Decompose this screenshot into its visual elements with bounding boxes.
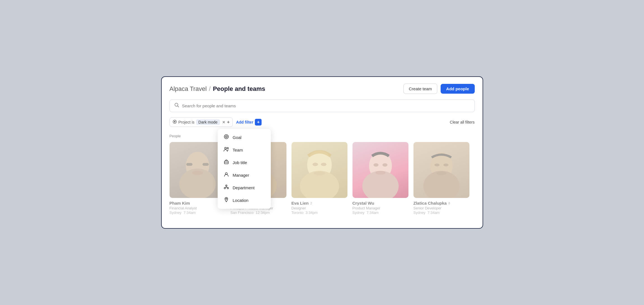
person-location-time-crystal-wu: Sydney 7:34am <box>352 211 408 215</box>
svg-point-20 <box>226 198 227 199</box>
project-is-filter-chip: Project is Dark mode ✕ + <box>170 117 233 127</box>
svg-rect-24 <box>203 163 209 166</box>
clear-all-filters-button[interactable]: Clear all filters <box>450 120 475 124</box>
person-badge-eva-lien: 2 <box>310 202 312 205</box>
dropdown-item-goal-label: Goal <box>233 135 242 140</box>
filter-dropdown: Goal Team <box>218 129 271 209</box>
svg-point-12 <box>225 185 227 186</box>
person-card-eva-lien[interactable]: Eva Lien 2 Designer Toronto 3:34pm <box>292 142 347 215</box>
create-team-button[interactable]: Create team <box>403 84 437 94</box>
dropdown-item-location[interactable]: Location <box>218 194 271 207</box>
svg-point-6 <box>226 136 227 137</box>
project-is-icon <box>173 120 177 125</box>
person-card-pham-kim[interactable]: Pham Kim Financial Analyst Sydney 7:34am <box>170 142 225 215</box>
person-name-row-zlatica-chalupka: Zlatica Chalupka 8 <box>413 201 469 205</box>
people-grid: Pham Kim Financial Analyst Sydney 7:34am… <box>170 142 475 215</box>
header-actions: Create team Add people <box>403 84 474 94</box>
filter-bar: Project is Dark mode ✕ + Add filter + Cl… <box>170 117 475 127</box>
dropdown-item-team-label: Team <box>233 148 243 152</box>
person-location-time-eva-lien: Toronto 3:34pm <box>292 211 347 215</box>
svg-point-32 <box>321 163 326 166</box>
dropdown-item-location-label: Location <box>233 198 249 203</box>
svg-point-36 <box>373 163 379 167</box>
svg-point-35 <box>362 171 399 198</box>
search-bar <box>170 100 475 112</box>
add-people-button[interactable]: Add people <box>441 84 475 94</box>
breadcrumb-org: Alpaca Travel <box>170 85 207 93</box>
department-icon <box>223 185 229 191</box>
person-location-time-amar-sundaram: San Francisco 12:34pm <box>231 211 286 215</box>
person-name-zlatica-chalupka: Zlatica Chalupka <box>413 201 447 205</box>
svg-line-1 <box>177 106 179 107</box>
svg-point-25 <box>192 171 203 175</box>
person-name-row-pham-kim: Pham Kim <box>170 201 225 205</box>
avatar-pham-kim <box>170 142 225 198</box>
avatar-crystal-wu <box>352 142 408 198</box>
avatar-eva-lien <box>292 142 347 198</box>
breadcrumb-separator: / <box>209 85 211 93</box>
app-window: Alpaca Travel / People and teams Create … <box>161 76 483 229</box>
location-icon <box>223 197 229 204</box>
person-name-pham-kim: Pham Kim <box>170 201 190 205</box>
svg-point-3 <box>174 121 175 122</box>
svg-point-42 <box>443 164 448 166</box>
dropdown-item-department[interactable]: Department <box>218 181 271 194</box>
person-title-pham-kim: Financial Analyst <box>170 206 225 210</box>
team-icon <box>223 147 229 153</box>
svg-point-43 <box>436 171 446 175</box>
dropdown-item-manager[interactable]: Manager <box>218 169 271 181</box>
person-title-zlatica-chalupka: Senior Developer <box>413 206 469 210</box>
dropdown-item-manager-label: Manager <box>233 173 249 178</box>
person-title-crystal-wu: Product Manager <box>352 206 408 210</box>
person-card-crystal-wu[interactable]: Crystal Wu Product Manager Sydney 7:34am <box>352 142 408 215</box>
dropdown-item-job-title-label: Job title <box>233 160 247 165</box>
person-name-crystal-wu: Crystal Wu <box>352 201 374 205</box>
svg-point-41 <box>434 164 439 166</box>
dropdown-item-job-title[interactable]: Job title <box>218 156 271 169</box>
person-title-eva-lien: Designer <box>292 206 347 210</box>
project-is-value: Dark mode <box>196 119 220 125</box>
svg-point-14 <box>227 188 229 189</box>
svg-point-38 <box>375 171 386 175</box>
person-name-row-crystal-wu: Crystal Wu <box>352 201 408 205</box>
search-input[interactable] <box>182 103 470 108</box>
manager-icon <box>223 172 229 178</box>
expand-filter-button[interactable]: + <box>227 120 230 125</box>
search-icon <box>174 103 179 109</box>
svg-point-33 <box>314 171 325 175</box>
person-badge-zlatica-chalupka: 8 <box>448 202 450 205</box>
job-title-icon <box>223 159 229 166</box>
breadcrumb: Alpaca Travel / People and teams <box>170 85 265 93</box>
people-section-label: People <box>170 134 475 138</box>
svg-point-7 <box>225 147 226 149</box>
remove-filter-button[interactable]: ✕ <box>222 120 225 124</box>
dropdown-item-department-label: Department <box>233 185 255 190</box>
dropdown-item-goal[interactable]: Goal <box>218 131 271 144</box>
person-name-eva-lien: Eva Lien <box>292 201 309 205</box>
person-name-row-eva-lien: Eva Lien 2 <box>292 201 347 205</box>
avatar-zlatica-chalupka <box>413 142 469 198</box>
add-filter-button[interactable]: Add filter + <box>236 117 262 127</box>
goal-icon <box>223 134 229 141</box>
project-is-label: Project is <box>178 120 195 124</box>
add-filter-label: Add filter <box>236 120 253 124</box>
dropdown-item-team[interactable]: Team <box>218 144 271 156</box>
svg-point-13 <box>224 188 225 189</box>
svg-point-31 <box>312 163 318 166</box>
page-title: People and teams <box>213 85 265 93</box>
svg-point-37 <box>382 163 387 167</box>
person-card-zlatica-chalupka[interactable]: Zlatica Chalupka 8 Senior Developer Sydn… <box>413 142 469 215</box>
add-filter-plus-icon: + <box>255 119 262 126</box>
person-location-time-pham-kim: Sydney 7:34am <box>170 211 225 215</box>
svg-rect-23 <box>186 163 192 166</box>
header: Alpaca Travel / People and teams Create … <box>170 84 475 94</box>
person-location-time-zlatica-chalupka: Sydney 7:34am <box>413 211 469 215</box>
svg-point-8 <box>227 148 228 149</box>
